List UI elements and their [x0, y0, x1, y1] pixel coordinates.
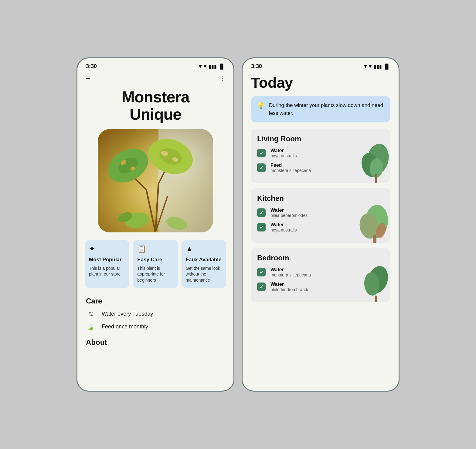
checkbox-5[interactable] [257, 283, 266, 291]
status-bar-left: 3:30 ▼▼ ▮▮▮ ▐▌ [77, 58, 233, 72]
badge-title-0: Most Popular [89, 257, 125, 263]
badge-desc-0: This is a popular plant in our store [89, 266, 125, 277]
badge-easy-care: 📋 Easy Care This plant is appropriate fo… [133, 240, 178, 288]
task-action-0: Water [270, 148, 297, 153]
today-screen: Today 💡 During the winter your plants sl… [243, 72, 399, 314]
leaf-icon: 🍃 [86, 323, 96, 331]
care-text-water: Water every Tuesday [102, 311, 153, 317]
status-icons-right: ▼▼ ▮▮▮ ▐▌ [363, 63, 390, 69]
clipboard-icon: 📋 [137, 245, 173, 253]
nav-bar: ← ⋮ [77, 72, 233, 86]
left-phone: 3:30 ▼▼ ▮▮▮ ▐▌ ← ⋮ MonsteraUnique [76, 57, 234, 392]
svg-rect-22 [375, 174, 377, 183]
about-section-title: About [77, 338, 233, 347]
back-button[interactable]: ← [85, 74, 91, 82]
task-info-4: Water monstera siltepecana [270, 267, 311, 277]
task-action-2: Water [270, 207, 308, 213]
tip-card: 💡 During the winter your plants slow dow… [251, 96, 390, 122]
task-plant-5: philodendron brandi [270, 287, 308, 292]
checkbox-3[interactable] [257, 223, 266, 231]
task-plant-1: monstera siltepecana [270, 168, 311, 173]
task-plant-2: pilea peperomiodes [270, 213, 308, 218]
badge-title-2: Faux Available [186, 257, 222, 263]
plant-image [98, 129, 213, 232]
task-action-1: Feed [270, 163, 311, 168]
checkbox-0[interactable] [257, 149, 266, 157]
kitchen-plant-deco [354, 203, 390, 243]
badge-most-popular: ✦ Most Popular This is a popular plant i… [85, 240, 129, 288]
badges-row: ✦ Most Popular This is a popular plant i… [77, 240, 233, 288]
status-icons-left: ▼▼ ▮▮▮ ▐▌ [198, 63, 225, 69]
plant-detail-screen: ← ⋮ MonsteraUnique [77, 72, 233, 359]
badge-desc-2: Get the same look without the maintenanc… [186, 266, 222, 283]
room-title-bedroom: Bedroom [257, 254, 384, 262]
signal-icon: ▮▮▮ [209, 63, 217, 69]
checkbox-4[interactable] [257, 268, 266, 276]
badge-faux: ▲ Faux Available Get the same look witho… [182, 240, 226, 288]
water-waves-icon: ≋ [86, 310, 96, 318]
room-title-living: Living Room [257, 135, 384, 143]
care-list: ≋ Water every Tuesday 🍃 Feed once monthl… [77, 310, 233, 331]
living-room-plant-deco [354, 144, 390, 183]
room-card-living-room: Living Room Water hoya australis Feed mo… [251, 129, 390, 183]
care-item-water: ≋ Water every Tuesday [86, 310, 225, 318]
checkbox-2[interactable] [257, 208, 266, 217]
care-item-feed: 🍃 Feed once monthly [86, 323, 225, 331]
badge-title-1: Easy Care [137, 257, 173, 263]
page-title: Today [243, 72, 399, 96]
signal-icon-right: ▮▮▮ [374, 63, 382, 69]
task-action-3: Water [270, 222, 297, 228]
bedroom-plant-deco [354, 263, 390, 302]
task-action-4: Water [270, 267, 311, 272]
plant-illustration [98, 129, 213, 232]
battery-icon: ▐▌ [218, 64, 225, 69]
status-time-left: 3:30 [86, 63, 97, 70]
room-card-kitchen: Kitchen Water pilea peperomiodes Water h… [251, 188, 390, 243]
tip-text: During the winter your plants slow down … [269, 101, 384, 117]
plant-image-container [77, 129, 233, 232]
wifi-icon: ▼▼ [198, 64, 208, 69]
task-info-3: Water hoya australis [270, 222, 297, 232]
badge-desc-1: This plant is appropriate for beginners [137, 266, 173, 283]
task-info-1: Feed monstera siltepecana [270, 163, 311, 173]
wifi-icon-right: ▼▼ [363, 64, 373, 69]
right-phone: 3:30 ▼▼ ▮▮▮ ▐▌ Today 💡 During the winter… [242, 57, 399, 392]
svg-rect-25 [373, 235, 376, 243]
sparkle-icon: ✦ [89, 245, 125, 253]
task-plant-4: monstera siltepecana [270, 272, 311, 277]
more-button[interactable]: ⋮ [219, 74, 226, 82]
checkbox-1[interactable] [257, 163, 266, 172]
task-info-0: Water hoya australis [270, 148, 297, 158]
lightbulb-icon: 💡 [257, 102, 265, 109]
status-time-right: 3:30 [251, 63, 262, 70]
task-info-5: Water philodendron brandi [270, 282, 308, 292]
task-plant-0: hoya australis [270, 153, 297, 158]
task-plant-3: hoya australis [270, 228, 297, 232]
tree-icon: ▲ [186, 245, 222, 253]
task-info-2: Water pilea peperomiodes [270, 207, 308, 218]
status-bar-right: 3:30 ▼▼ ▮▮▮ ▐▌ [243, 58, 399, 72]
room-title-kitchen: Kitchen [257, 194, 384, 203]
care-text-feed: Feed once monthly [102, 324, 148, 330]
battery-icon-right: ▐▌ [383, 64, 390, 69]
room-card-bedroom: Bedroom Water monstera siltepecana Water… [251, 248, 390, 302]
svg-rect-29 [375, 296, 377, 302]
care-section-title: Care [77, 297, 233, 305]
task-action-5: Water [270, 282, 308, 287]
plant-title: MonsteraUnique [77, 86, 233, 129]
